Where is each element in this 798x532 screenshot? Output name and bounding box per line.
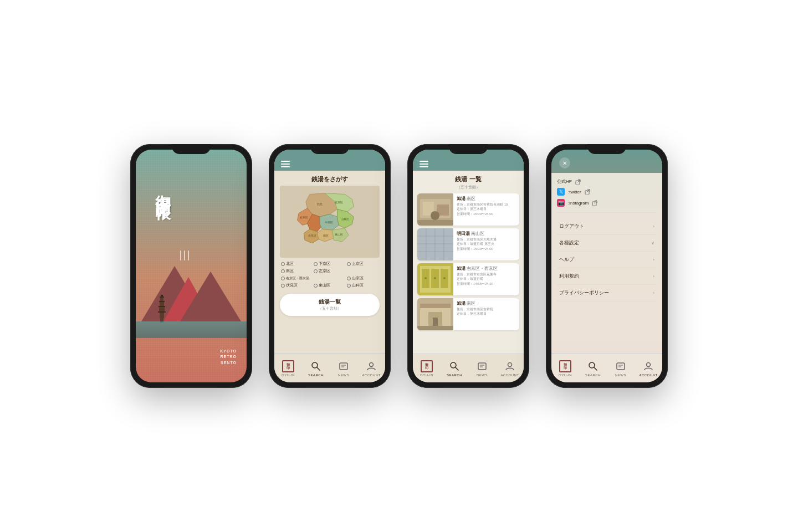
svg-point-70: [647, 362, 651, 366]
search-content: 銭湯をさがす: [274, 171, 385, 354]
close-button[interactable]: ✕: [559, 157, 570, 168]
svg-rect-21: [340, 363, 347, 370]
chevron-logout: ›: [653, 224, 654, 229]
svg-point-29: [431, 211, 439, 220]
sento-card-1[interactable]: 旭湯 南区 住所：京都市南区吉祥院長池町 10定休日：第三木曜日 営業時間：15…: [417, 193, 519, 226]
external-link-icon: [575, 179, 581, 185]
list-content: 銭湯 一覧 （五十音順）: [413, 171, 524, 354]
tab3-search[interactable]: SEARCH: [441, 360, 468, 377]
mountain-right: [180, 272, 241, 321]
list-btn-sub: （五十音順）: [284, 306, 375, 311]
tab4-oyuin[interactable]: 御印 OYU-IN: [551, 360, 579, 377]
menu-help[interactable]: ヘルプ ›: [557, 252, 657, 268]
sento-addr-4: 住所：京都市南区吉祥院定休日：第三木曜日: [457, 308, 516, 316]
landscape-scene: [136, 249, 247, 338]
pagoda-icon: [157, 295, 167, 323]
svg-text:伏見区: 伏見区: [308, 234, 316, 237]
list-btn-title: 銭湯一覧: [284, 298, 375, 306]
instagram-external-icon: [592, 200, 597, 206]
checkbox-kita[interactable]: 北区: [281, 261, 313, 267]
list-screen-title: 銭湯 一覧: [413, 171, 524, 185]
tab4-oyuin-icon: 御印: [559, 360, 571, 372]
tab-search[interactable]: SEARCH: [302, 360, 330, 377]
checkbox-ukyo[interactable]: 右京区・西京区: [281, 275, 313, 281]
social-twitter[interactable]: 𝕏 :twitter: [557, 188, 657, 196]
tab-account[interactable]: ACCOUNT: [357, 360, 385, 377]
tab4-account-icon: [642, 360, 654, 372]
tab3-account[interactable]: ACCOUNT: [496, 360, 524, 377]
tab3-oyuin-icon: 御印: [421, 360, 433, 372]
svg-rect-8: [160, 313, 164, 318]
tab4-news[interactable]: NEWS: [607, 360, 635, 377]
tab4-search-label: SEARCH: [585, 374, 601, 377]
svg-point-45: [434, 277, 436, 279]
map-svg: 北区 左京区 右京区 中京区 山科区 伏見区 南区 東山区: [280, 186, 380, 258]
sento-card-3[interactable]: 旭湯 右京区・西京区 住所：京都市右京区花園寺定休日：毎週月曜 営業時間：14:…: [417, 263, 519, 295]
tab-news[interactable]: NEWS: [330, 360, 357, 377]
social-hp[interactable]: 公式HP: [557, 178, 657, 185]
notch-4: [587, 144, 626, 154]
svg-text:山科区: 山科区: [341, 217, 349, 221]
brand-text: KYOTO RETRO SENTO: [220, 349, 237, 366]
sento-addr-1: 住所：京都市南区吉祥院長池町 10定休日：第三木曜日: [457, 203, 516, 212]
svg-rect-63: [592, 202, 596, 206]
checkbox-fushimi[interactable]: 伏見区: [281, 283, 313, 288]
list-hamburger[interactable]: [420, 161, 428, 167]
sento-hours-3: 営業時間：14:55〜24:30: [457, 282, 516, 287]
checkbox-minami[interactable]: 南区: [281, 268, 313, 274]
checkbox-yamashina[interactable]: 山科区: [347, 283, 378, 288]
checkbox-shimogyo[interactable]: 下京区: [314, 261, 345, 267]
tab3-account-icon: [504, 360, 516, 372]
svg-point-44: [424, 277, 427, 279]
steam-decoration: [180, 250, 189, 260]
svg-rect-3: [159, 301, 165, 302]
list-button[interactable]: 銭湯一覧 （五十音順）: [280, 294, 380, 316]
phone4-tabbar: 御印 OYU-IN SEARCH NEWS: [551, 354, 662, 382]
svg-text:右京区: 右京区: [300, 216, 308, 219]
sento-info-2: 明田湯 南山区 住所：京都市南区大船木通定休日：毎週月曜 第三火 営業時間：15…: [453, 228, 519, 260]
svg-rect-1: [160, 296, 164, 298]
menu-privacy[interactable]: プライバシーポリシー ›: [557, 285, 657, 301]
phone-1: 御湯印帳: [130, 144, 252, 388]
tab3-news[interactable]: NEWS: [468, 360, 496, 377]
chevron-privacy: ›: [653, 290, 654, 295]
sento-name-3: 旭湯 右京区・西京区: [457, 265, 516, 272]
svg-rect-55: [478, 363, 486, 370]
sento-img-2: [417, 228, 453, 260]
social-instagram[interactable]: 📷 :instagram: [557, 199, 657, 207]
hamburger-menu[interactable]: [281, 161, 290, 167]
menu-logout[interactable]: ログアウト ›: [557, 218, 657, 235]
menu-terms[interactable]: 利用規約 ›: [557, 268, 657, 285]
kyoto-map[interactable]: 北区 左京区 右京区 中京区 山科区 伏見区 南区 東山区: [280, 186, 380, 258]
svg-rect-61: [585, 191, 589, 195]
checkbox-sakyo[interactable]: 左京区: [314, 268, 345, 274]
tab4-account[interactable]: ACCOUNT: [635, 360, 662, 377]
svg-rect-59: [576, 181, 580, 185]
district-checkboxes: 北区 下京区 上京区 南区 左京区 右京区・西京区 山京区 伏見区 東山区 山科…: [274, 258, 385, 291]
sento-name-1: 旭湯 南区: [457, 196, 516, 202]
sento-card-2[interactable]: 明田湯 南山区 住所：京都市南区大船木通定休日：毎週月曜 第三火 営業時間：15…: [417, 228, 519, 260]
sento-info-3: 旭湯 右京区・西京区 住所：京都市右京区花園寺定休日：毎週月曜 営業時間：14:…: [453, 263, 519, 295]
oyuin-icon: 御印: [282, 360, 294, 372]
tab3-news-label: NEWS: [477, 374, 488, 377]
tab4-news-icon: [615, 360, 627, 372]
svg-line-20: [317, 367, 320, 370]
notch-1: [172, 144, 211, 154]
menu-items: ログアウト › 各種設定 ∨ ヘルプ › 利用規約 ›: [557, 218, 657, 301]
sento-card-4[interactable]: 旭湯 南区 住所：京都市南区吉祥院定休日：第三木曜日: [417, 298, 519, 330]
sento-name-4: 旭湯 南区: [457, 300, 516, 306]
checkbox-kamigyo[interactable]: 上京区: [347, 261, 378, 267]
tab4-oyuin-label: OYU-IN: [559, 374, 572, 377]
svg-point-58: [508, 362, 512, 366]
notch-2: [310, 144, 349, 154]
search-screen: 銭湯をさがす: [274, 150, 385, 382]
tab-oyuin[interactable]: 御印 OYU-IN: [274, 360, 302, 377]
instagram-icon: 📷: [557, 199, 565, 207]
tab3-oyuin[interactable]: 御印 OYU-IN: [413, 360, 441, 377]
tab3-search-label: SEARCH: [447, 374, 462, 377]
checkbox-yamakyo[interactable]: 山京区: [347, 275, 378, 281]
menu-settings[interactable]: 各種設定 ∨: [557, 235, 657, 252]
sento-name-2: 明田湯 南山区: [457, 231, 516, 237]
checkbox-higashiyama[interactable]: 東山区: [314, 283, 345, 288]
tab4-search[interactable]: SEARCH: [579, 360, 607, 377]
